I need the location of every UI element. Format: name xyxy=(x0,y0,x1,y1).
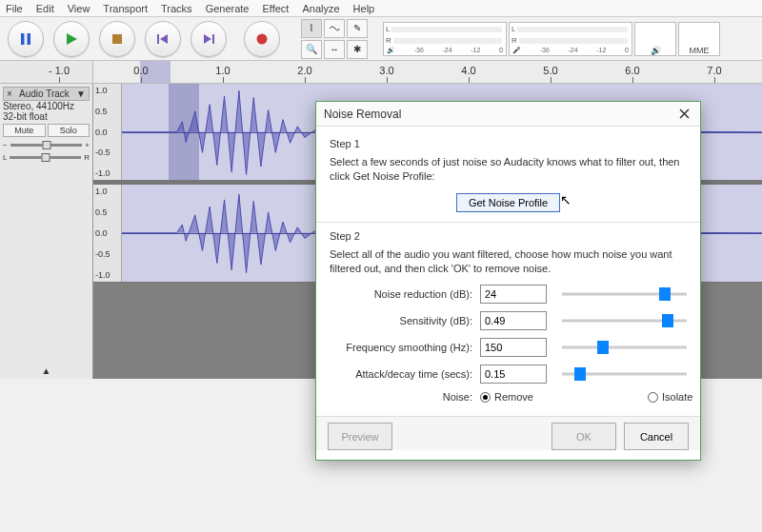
sensitivity-input[interactable] xyxy=(480,311,547,330)
gain-minus-icon: − xyxy=(3,141,8,149)
ruler-label: 5.0 xyxy=(543,65,557,76)
menu-bar: File Edit View Transport Tracks Generate… xyxy=(0,0,762,17)
selection-tool[interactable]: I xyxy=(301,19,322,38)
attack-slider[interactable] xyxy=(562,365,687,383)
transport-toolbar: I ✎ 🔍 ↔ ✱ L R 🔊-36-24-120 L R 🎤-36-24-12… xyxy=(0,17,762,61)
track-format-line2: 32-bit float xyxy=(3,111,90,122)
amplitude-scale-right: 1.00.50.0-0.5-1.0 xyxy=(93,185,122,281)
skip-start-button[interactable] xyxy=(145,21,181,57)
noise-isolate-radio[interactable]: Isolate xyxy=(648,391,762,403)
cursor-icon: ↖ xyxy=(560,192,572,207)
step2-text: Select all of the audio you want filtere… xyxy=(330,247,687,276)
gain-plus-icon: + xyxy=(85,141,90,149)
svg-marker-2 xyxy=(67,33,77,45)
play-button[interactable] xyxy=(53,21,90,57)
mute-button[interactable]: Mute xyxy=(3,124,46,137)
draw-tool[interactable]: ✎ xyxy=(347,19,368,38)
radio-off-icon xyxy=(648,392,658,403)
track-control-panel: × Audio Track ▼ Stereo, 44100Hz 32-bit f… xyxy=(0,84,93,379)
pause-button[interactable] xyxy=(8,21,44,57)
menu-edit[interactable]: Edit xyxy=(36,3,54,14)
playback-meter[interactable]: L R 🔊-36-24-120 xyxy=(383,22,507,56)
svg-rect-3 xyxy=(112,34,122,44)
menu-tracks[interactable]: Tracks xyxy=(161,3,192,14)
ruler-label: 4.0 xyxy=(461,65,475,76)
track-format-line1: Stereo, 44100Hz xyxy=(3,101,90,111)
menu-help[interactable]: Help xyxy=(353,3,375,14)
ruler-label: - 1.0 xyxy=(49,65,70,76)
smoothing-input[interactable] xyxy=(480,338,547,357)
close-icon xyxy=(679,108,690,119)
svg-marker-7 xyxy=(204,34,211,44)
ruler-label: 7.0 xyxy=(707,65,721,76)
noise-reduction-input[interactable] xyxy=(480,285,547,304)
menu-file[interactable]: File xyxy=(6,3,23,14)
noise-reduction-slider[interactable] xyxy=(562,286,687,303)
step2-heading: Step 2 xyxy=(330,230,687,242)
envelope-tool[interactable] xyxy=(324,19,345,38)
ok-button[interactable]: OK xyxy=(551,423,616,450)
cancel-button[interactable]: Cancel xyxy=(624,423,689,450)
track-name[interactable]: Audio Track xyxy=(19,89,70,99)
ruler-label: 0.0 xyxy=(133,65,148,76)
noise-reduction-label: Noise reduction (dB): xyxy=(330,288,472,300)
noise-label: Noise: xyxy=(330,391,472,403)
track-close-button[interactable]: × xyxy=(7,89,12,99)
dialog-title: Noise Removal xyxy=(324,108,401,121)
noise-remove-radio[interactable]: Remove xyxy=(480,391,623,403)
record-meter[interactable]: L R 🎤-36-24-120 xyxy=(509,22,632,56)
svg-marker-5 xyxy=(160,34,168,44)
sensitivity-slider[interactable] xyxy=(562,312,687,329)
timeshift-tool[interactable]: ↔ xyxy=(324,40,345,59)
ruler-label: 3.0 xyxy=(379,65,393,76)
ruler-label: 2.0 xyxy=(297,65,311,76)
menu-analyze[interactable]: Analyze xyxy=(302,3,339,14)
pan-left-label: L xyxy=(3,153,7,162)
radio-on-icon xyxy=(480,392,491,403)
smoothing-label: Frequency smoothing (Hz): xyxy=(330,342,472,353)
step1-text: Select a few seconds of just noise so Au… xyxy=(330,155,687,184)
svg-point-8 xyxy=(257,33,268,44)
svg-rect-0 xyxy=(21,33,25,45)
output-volume[interactable]: 🔊 xyxy=(634,22,676,56)
ruler-label: 1.0 xyxy=(215,65,230,76)
multi-tool[interactable]: ✱ xyxy=(347,40,368,59)
smoothing-slider[interactable] xyxy=(562,339,687,356)
attack-label: Attack/decay time (secs): xyxy=(330,368,472,380)
host-select[interactable]: MME xyxy=(678,22,720,56)
ruler-label: 6.0 xyxy=(625,65,639,76)
svg-rect-6 xyxy=(212,34,214,44)
sensitivity-label: Sensitivity (dB): xyxy=(330,315,472,326)
stop-button[interactable] xyxy=(99,21,135,57)
solo-button[interactable]: Solo xyxy=(48,124,90,137)
pan-slider[interactable] xyxy=(41,153,50,162)
collapse-button[interactable]: ▲ xyxy=(3,365,90,376)
menu-view[interactable]: View xyxy=(68,3,90,14)
menu-effect[interactable]: Effect xyxy=(263,3,290,14)
attack-input[interactable] xyxy=(480,365,547,384)
preview-button[interactable]: Preview xyxy=(328,423,392,450)
skip-end-button[interactable] xyxy=(190,21,227,57)
track-menu-button[interactable]: ▼ xyxy=(76,89,86,99)
amplitude-scale-left: 1.00.50.0-0.5-1.0 xyxy=(93,84,122,180)
step1-heading: Step 1 xyxy=(330,138,687,149)
zoom-tool[interactable]: 🔍 xyxy=(301,40,322,59)
svg-rect-1 xyxy=(28,33,31,45)
menu-transport[interactable]: Transport xyxy=(103,3,148,14)
dialog-close-button[interactable] xyxy=(675,106,692,123)
timeline-ruler[interactable]: - 1.00.01.02.03.04.05.06.07.0 xyxy=(0,61,762,84)
svg-rect-4 xyxy=(157,34,159,44)
tools-grid: I ✎ 🔍 ↔ ✱ xyxy=(301,19,368,59)
pan-right-label: R xyxy=(84,153,90,162)
get-noise-profile-button[interactable]: Get Noise Profile xyxy=(456,193,560,212)
menu-generate[interactable]: Generate xyxy=(206,3,250,14)
gain-slider[interactable] xyxy=(42,141,50,149)
noise-removal-dialog: Noise Removal Step 1 Select a few second… xyxy=(315,101,701,461)
record-button[interactable] xyxy=(244,21,280,57)
